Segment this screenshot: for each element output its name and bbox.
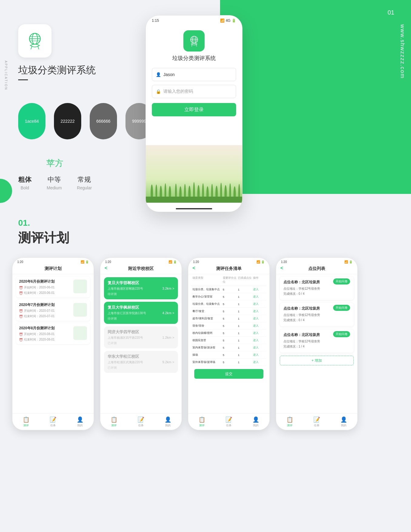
task-row-2: 教学办公/室管室 5 1 进入 <box>191 293 266 301</box>
phone2-title: < 附近学校校区 <box>100 265 182 274</box>
school-card-2[interactable]: 复旦大学枫林校区 上海市徐汇区医学院路138号 待评测 4.2km > <box>104 302 178 324</box>
font-style-medium: 中等 Medium <box>47 175 62 190</box>
phone3-status: 1:20 📶 🔋 <box>188 258 269 265</box>
section-title: 测评计划 <box>18 229 69 246</box>
nav-plan-1[interactable]: 📋 测评 <box>23 416 29 427</box>
swatch-black: 222222 <box>54 103 81 139</box>
side-label: APPLICATION <box>4 61 8 90</box>
task-row-5: 超市/便利店/食堂 5 1 进入 <box>191 315 266 322</box>
section-01: 01. 测评计划 <box>18 218 69 246</box>
plan-item-2: 2020年7月份测评计划 进入 > ⏰ 开始时间：2020-07-01 ⏰ 结束… <box>16 300 90 321</box>
start-btn-2[interactable]: 开始问卷 <box>333 305 350 311</box>
start-btn-1[interactable]: 开始问卷 <box>333 278 350 284</box>
login-button[interactable]: 立即登录 <box>152 103 236 116</box>
back-arrow-3[interactable]: < <box>192 265 195 271</box>
task-row-4: 餐厅/食堂 5 1 进入 <box>191 308 266 315</box>
font-medium-sub: Medium <box>47 185 62 190</box>
phone-app-icon <box>183 30 205 52</box>
phone-home-indicator <box>176 208 212 209</box>
font-bold-sub: Bold <box>21 185 29 190</box>
main-phone-mockup: 1:15 📶 4G 🔋 垃圾分类测评系统 👤 Jason <box>145 15 242 212</box>
nav-my-1[interactable]: 👤 我的 <box>77 416 83 427</box>
phones-row: 1:20 📶 🔋 测评计划 2020年6月份测评计划 进入 > ⏰ 开始时间：2… <box>12 258 358 430</box>
font-name: 苹方 <box>18 158 92 169</box>
phone4-mockup: 1:20 📶 🔋 < 点位列表 点位名称：北区垃圾房 点位地址：学校12号宿舍旁… <box>276 258 358 430</box>
font-bold-main: 粗体 <box>18 175 32 184</box>
task-icon: 📝 <box>50 416 56 423</box>
phone1-plan-list: 2020年6月份测评计划 进入 > ⏰ 开始时间：2020-06-01 ⏰ 结束… <box>12 274 94 349</box>
svg-rect-31 <box>146 197 242 203</box>
nav-task-1[interactable]: 📝 任务 <box>50 416 56 427</box>
plan-icon: 📋 <box>23 416 29 423</box>
my-icon: 👤 <box>77 416 83 423</box>
font-style-bold: 粗体 Bold <box>18 175 32 190</box>
username-value: Jason <box>163 72 175 77</box>
nav-plan-3[interactable]: 📋 测评 <box>199 416 205 427</box>
task-row-10: 操场 5 1 进入 <box>191 351 266 359</box>
phone2-bottom-nav: 📋 测评 📝 任务 👤 我的 <box>100 413 182 430</box>
password-input-display[interactable]: 🔒 请输入您的密码 <box>152 85 236 98</box>
add-point-btn[interactable]: + 增加 <box>280 356 354 365</box>
top-green-block <box>220 0 411 194</box>
nav-my-3[interactable]: 👤 我的 <box>252 416 259 427</box>
phone2-mockup: 1:20 📶 🔋 < 附近学校校区 复旦大学邯郸校区 上海市杨浦区邯郸路220号… <box>100 258 182 430</box>
back-arrow-4[interactable]: < <box>280 265 283 271</box>
font-regular-sub: Regular <box>77 185 92 190</box>
color-swatches: 1ace84 222222 666666 999999 <box>18 103 153 139</box>
password-placeholder: 请输入您的密码 <box>163 89 193 94</box>
page-number: 01 <box>388 9 394 16</box>
grass-scene <box>146 145 242 203</box>
school-card-4: 华东大学松江校区 上海市松浦区武夷路220号 已评测 9.2km > <box>104 351 178 373</box>
task-row-8: 校园应急管 5 1 进入 <box>191 337 266 344</box>
app-title: 垃圾分类测评系统 <box>18 64 96 77</box>
task-table-header: 场景类型 需要评分点位 已填成点位 操作 <box>191 274 266 286</box>
task-row-1: 垃圾分类、垃圾集中点 5 1 进入 <box>191 286 266 293</box>
school-card-1[interactable]: 复旦大学邯郸校区 上海市杨浦区邯郸路220号 待评测 3.2km > <box>104 277 178 299</box>
point-card-2: 点位名称：北区垃圾房 点位地址：学校12号宿舍旁 完成情况：0 / 4 开始问卷 <box>280 303 354 326</box>
phone3-mockup: 1:20 📶 🔋 < 测评任务清单 场景类型 需要评分点位 已填成点位 操作 垃… <box>188 258 270 430</box>
phone4-title: < 点位列表 <box>276 265 357 274</box>
lock-icon: 🔒 <box>156 89 161 94</box>
plan-item-1: 2020年6月份测评计划 进入 > ⏰ 开始时间：2020-06-01 ⏰ 结束… <box>16 277 90 298</box>
font-styles: 粗体 Bold 中等 Medium 常规 Regular <box>18 175 92 190</box>
point-card-1: 点位名称：北区垃圾房 点位地址：学校12号宿舍旁 完成情况：0 / 4 开始问卷 <box>280 277 354 300</box>
username-input-display[interactable]: 👤 Jason <box>152 68 236 81</box>
task-submit-btn[interactable]: 提交 <box>194 369 263 379</box>
nav-task-2[interactable]: 📝 任务 <box>138 416 144 427</box>
website-text: www.shwzzzz.com <box>399 24 406 79</box>
plan-item-3: 2020年8月份测评计划 进入 > ⏰ 开始时间：2020-08-01 ⏰ 结束… <box>16 323 90 344</box>
school-card-3: 同济大学四平校区 上海市杨浦区四平路220号 已评测 1.2km > <box>104 326 178 348</box>
font-style-regular: 常规 Regular <box>77 175 92 190</box>
nav-plan-2[interactable]: 📋 测评 <box>111 416 117 427</box>
phone1-status: 1:20 📶 🔋 <box>12 258 94 265</box>
back-arrow-2[interactable]: < <box>105 265 107 271</box>
start-btn-3[interactable]: 开始问卷 <box>333 331 350 337</box>
phone1-title: 测评计划 <box>12 265 94 274</box>
task-row-6: 宿舍/宿舍 5 1 进入 <box>191 322 266 330</box>
nav-plan-4[interactable]: 📋 测评 <box>286 416 293 427</box>
nav-my-2[interactable]: 👤 我的 <box>165 416 171 427</box>
task-row-7: 校内垃圾桶/密闭 5 1 进入 <box>191 330 266 337</box>
swatch-oval-black: 222222 <box>54 103 81 139</box>
point-card-3: 点位名称：北区垃圾房 点位地址：学校12号宿舍旁 完成情况：1 / 4 开始问卷 <box>280 329 354 353</box>
swatch-oval-green: 1ace84 <box>18 103 45 139</box>
nav-task-3[interactable]: 📝 任务 <box>226 416 232 427</box>
nav-task-4[interactable]: 📝 任务 <box>313 416 320 427</box>
task-row-3: 垃圾分类、垃圾集中点 5 1 进入 <box>191 301 266 308</box>
section-number: 01. <box>18 218 69 228</box>
phone-app-title: 垃圾分类测评系统 <box>172 55 216 62</box>
phone4-status: 1:20 📶 🔋 <box>276 258 357 265</box>
nav-my-4[interactable]: 👤 我的 <box>340 416 347 427</box>
swatch-dark-gray: 666666 <box>90 103 117 139</box>
phone-outer: 1:15 📶 4G 🔋 垃圾分类测评系统 👤 Jason <box>145 15 242 212</box>
phone3-task-table: 场景类型 需要评分点位 已填成点位 操作 垃圾分类、垃圾集中点 5 1 进入 教… <box>188 274 269 379</box>
phone4-point-list: 点位名称：北区垃圾房 点位地址：学校12号宿舍旁 完成情况：0 / 4 开始问卷… <box>276 274 357 368</box>
typography-section: 苹方 粗体 Bold 中等 Medium 常规 Regular <box>18 158 92 190</box>
user-icon: 👤 <box>156 72 161 77</box>
phone-login-content: 垃圾分类测评系统 👤 Jason 🔒 请输入您的密码 立即登录 <box>146 24 242 116</box>
phone2-status: 1:20 📶 🔋 <box>100 258 182 265</box>
phone-time: 1:15 <box>152 18 159 23</box>
title-underline <box>18 79 28 80</box>
app-icon-section: 垃圾分类测评系统 <box>18 24 96 80</box>
globe-icon <box>24 30 45 52</box>
